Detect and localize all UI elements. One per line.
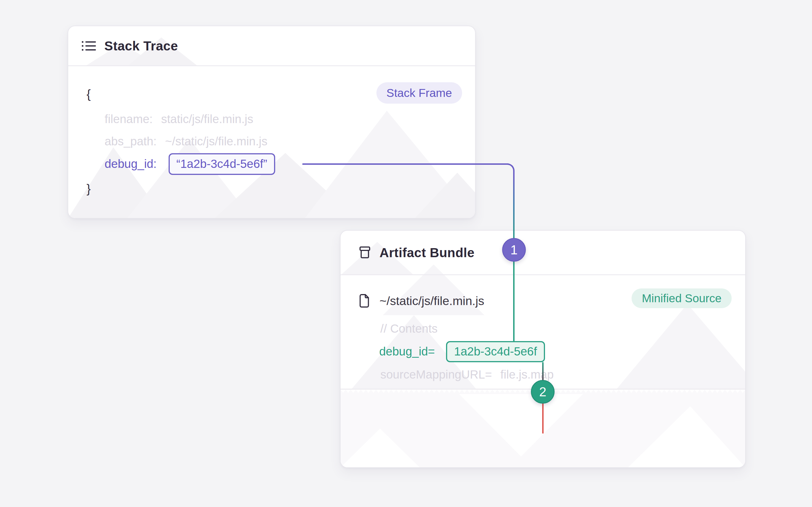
minified-file-row: ~/static/js/file.min.js [358, 291, 485, 311]
source-mapping-url-value: file.js.map [500, 368, 554, 381]
filename-value: static/js/file.min.js [161, 112, 253, 126]
source-mapping-url-row: sourceMappingURL= file.js.map [380, 365, 554, 384]
artifact-bundle-title: Artifact Bundle [379, 245, 474, 260]
debug-id-diagram: Stack Trace { Stack Frame filename: stat… [0, 0, 812, 507]
debug-id-label: debug_id: [105, 157, 157, 171]
minified-source-badge: Minified Source [631, 288, 732, 308]
bundle-debug-id-value-box: 1a2b-3c4d-5e6f [446, 341, 545, 362]
connector-debug-id-horizontal [302, 163, 509, 165]
step-1-marker: 1 [502, 238, 526, 262]
stack-frame-badge: Stack Frame [376, 82, 462, 104]
file-icon [358, 293, 370, 308]
bundle-debug-id-row: debug_id= 1a2b-3c4d-5e6f [379, 333, 545, 370]
archive-box-icon [357, 245, 372, 260]
connector-bundle-to-map-lower [542, 402, 544, 434]
list-icon [81, 40, 96, 52]
json-open-brace: { [87, 84, 91, 104]
connector-debug-id-corner [501, 163, 515, 177]
step-2-marker: 2 [531, 380, 555, 404]
artifact-bundle-header: Artifact Bundle [341, 231, 745, 275]
debug-id-row: debug_id: “1a2b-3c4d-5e6f” [105, 146, 275, 182]
connector-bundle-to-map-upper [542, 362, 544, 381]
source-mapping-url-label: sourceMappingURL= [380, 368, 492, 381]
json-close-brace: } [87, 179, 91, 198]
stack-trace-card: Stack Trace { Stack Frame filename: stat… [68, 25, 476, 219]
stack-trace-header: Stack Trace [68, 26, 475, 66]
minified-file-path: ~/static/js/file.min.js [379, 294, 485, 308]
filename-label: filename: [105, 112, 153, 126]
stack-trace-title: Stack Trace [104, 38, 178, 54]
filename-row: filename: static/js/file.min.js [105, 110, 253, 129]
debug-id-value-box: “1a2b-3c4d-5e6f” [168, 153, 275, 175]
bundle-debug-id-label: debug_id= [379, 345, 435, 358]
